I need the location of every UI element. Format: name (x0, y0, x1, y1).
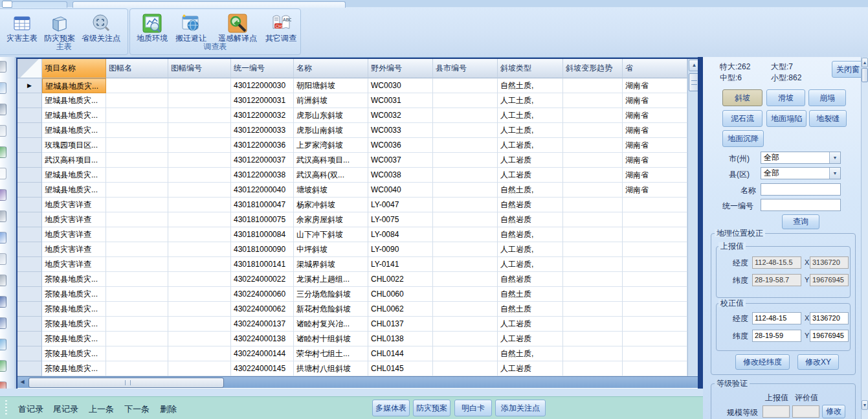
table-cell[interactable] (106, 212, 168, 227)
column-header[interactable]: 野外编号 (368, 59, 433, 78)
table-cell[interactable]: 自然岩质 (498, 272, 563, 287)
table-cell[interactable] (168, 183, 231, 198)
left-toolbar-icon-fragment[interactable] (0, 275, 6, 286)
table-cell[interactable] (168, 168, 231, 183)
row-selector[interactable] (17, 153, 42, 168)
left-toolbar-icon-fragment[interactable] (0, 296, 6, 308)
table-cell[interactable] (106, 346, 168, 361)
table-cell[interactable]: 塘坡斜坡 (294, 183, 368, 198)
table-cell[interactable]: 430181000141 (231, 257, 294, 272)
table-cell[interactable]: 茶陵县地质灾... (42, 361, 106, 376)
table-cell[interactable]: WC0033 (368, 123, 433, 138)
row-selector[interactable] (17, 346, 42, 361)
table-cell[interactable]: 三分场危险斜坡 (294, 287, 368, 302)
modify-grade-button[interactable]: 修改 (822, 405, 845, 418)
table-cell[interactable] (168, 212, 231, 227)
table-cell[interactable]: CHL0062 (368, 302, 433, 317)
table-cell[interactable] (563, 93, 623, 108)
table-cell[interactable] (623, 346, 687, 361)
column-header[interactable]: 图幅名 (106, 59, 168, 78)
add-focus-point-button[interactable]: 添加关注点 (495, 400, 546, 416)
row-selector[interactable] (17, 257, 42, 272)
table-cell[interactable]: 拱塘村八组斜坡 (294, 361, 368, 376)
corrected-lat-field[interactable]: 28-19-59 (752, 330, 801, 342)
type-button-ground-fissure[interactable]: 地裂缝 (809, 110, 847, 127)
table-cell[interactable]: 湖南省 (623, 153, 687, 168)
table-cell[interactable]: WC0037 (368, 153, 433, 168)
left-toolbar-icon-fragment[interactable] (0, 360, 6, 372)
left-toolbar-icon-fragment[interactable] (0, 104, 6, 115)
table-cell[interactable] (106, 287, 168, 302)
row-selector[interactable] (17, 123, 42, 138)
ribbon-tab-active[interactable] (72, 1, 346, 8)
table-cell[interactable] (623, 302, 687, 317)
table-cell[interactable] (168, 272, 231, 287)
table-cell[interactable]: 地质灾害详查 (42, 257, 106, 272)
left-toolbar-icon-fragment[interactable] (0, 82, 6, 94)
row-selector[interactable] (17, 317, 42, 332)
panel-vertical-scrollbar[interactable]: ▲ ▼ (861, 57, 868, 419)
table-cell[interactable] (623, 198, 687, 212)
table-cell[interactable]: 湖南省 (623, 138, 687, 153)
row-selector[interactable] (17, 168, 42, 183)
table-cell[interactable] (433, 123, 498, 138)
table-cell[interactable] (563, 153, 623, 168)
table-cell[interactable]: 湖南省 (623, 93, 687, 108)
table-cell[interactable] (563, 287, 623, 302)
row-selector[interactable] (17, 302, 42, 317)
table-cell[interactable] (106, 123, 168, 138)
disaster-master-table-button[interactable]: 灾害主表 (2, 12, 42, 52)
table-cell[interactable]: 望城县地质灾... (42, 168, 106, 183)
table-cell[interactable]: 自然岩质 (498, 212, 563, 227)
table-cell[interactable]: 望城县地质灾... (42, 123, 106, 138)
table-cell[interactable]: 430122000033 (231, 123, 294, 138)
type-button-collapse[interactable]: 崩塌 (808, 89, 846, 106)
table-cell[interactable] (168, 257, 231, 272)
table-cell[interactable]: 430181000075 (231, 212, 294, 227)
table-cell[interactable]: 430224000062 (231, 302, 294, 317)
table-cell[interactable] (106, 242, 168, 257)
left-toolbar-icon-fragment[interactable] (0, 146, 6, 158)
table-cell[interactable]: 430224000137 (231, 317, 294, 332)
table-cell[interactable]: 430122000030 (231, 78, 294, 93)
table-cell[interactable]: 430181000047 (231, 198, 294, 212)
table-cell[interactable]: 人工岩质 (498, 317, 563, 332)
table-cell[interactable] (563, 183, 623, 198)
disaster-plan-button-bottom[interactable]: 防灾预案 (413, 400, 451, 416)
table-cell[interactable]: 渠城界斜坡 (294, 257, 368, 272)
city-dropdown[interactable]: 全部 ▼ (761, 152, 841, 164)
row-selector[interactable] (17, 287, 42, 302)
left-toolbar-icon-fragment[interactable] (0, 125, 6, 137)
column-header[interactable]: 统一编号 (231, 59, 294, 78)
table-cell[interactable]: 人工岩质 (498, 332, 563, 346)
column-header[interactable]: 斜坡类型 (498, 59, 563, 78)
delete-record-button[interactable]: 删除 (160, 403, 177, 415)
table-cell[interactable] (168, 108, 231, 123)
table-cell[interactable] (433, 227, 498, 242)
table-cell[interactable]: 430224000060 (231, 287, 294, 302)
table-cell[interactable] (623, 272, 687, 287)
left-toolbar-icon-fragment[interactable] (0, 339, 6, 350)
table-cell[interactable]: 430122000032 (231, 108, 294, 123)
table-cell[interactable]: 430224000138 (231, 332, 294, 346)
scroll-down-icon[interactable]: ▼ (862, 400, 868, 410)
table-cell[interactable]: CHL0144 (368, 346, 433, 361)
table-cell[interactable]: 自然土质, (498, 78, 563, 93)
horizontal-scroll-thumb[interactable] (28, 378, 224, 388)
table-cell[interactable]: WC0038 (368, 168, 433, 183)
table-cell[interactable] (106, 317, 168, 332)
table-cell[interactable]: LY-0075 (368, 212, 433, 227)
table-cell[interactable]: 上罗家湾斜坡 (294, 138, 368, 153)
row-selector[interactable] (17, 361, 42, 376)
table-cell[interactable] (106, 78, 168, 93)
table-cell[interactable] (106, 198, 168, 212)
row-selector[interactable] (17, 93, 42, 108)
table-cell[interactable]: 人工岩质 (498, 168, 563, 183)
county-dropdown[interactable]: 全部 ▼ (761, 167, 841, 179)
chevron-down-icon[interactable]: ▼ (829, 152, 840, 163)
last-record-button[interactable]: 尾记录 (53, 403, 78, 415)
table-cell[interactable] (623, 361, 687, 376)
table-cell[interactable] (623, 242, 687, 257)
table-cell[interactable] (106, 138, 168, 153)
table-cell[interactable] (106, 257, 168, 272)
